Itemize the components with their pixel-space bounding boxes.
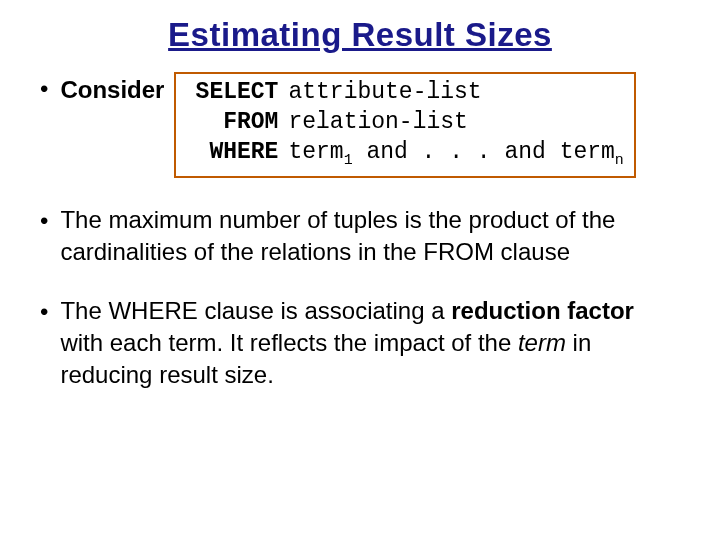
bullet-dot-icon: • — [40, 297, 48, 327]
consider-label: Consider — [60, 72, 164, 106]
bullet-dot-icon: • — [40, 74, 48, 104]
sql-line-from: FROMrelation-list — [186, 108, 623, 138]
slide: Estimating Result Sizes • Consider SELEC… — [0, 0, 720, 540]
sql-arg-where: term1 and . . . and termn — [288, 139, 623, 165]
bullet-body: The maximum number of tuples is the prod… — [60, 204, 680, 269]
term-emph: term — [518, 329, 566, 356]
bullet-dot-icon: • — [40, 206, 48, 236]
sql-line-where: WHEREterm1 and . . . and termn — [186, 138, 623, 170]
consider-row: Consider SELECTattribute-list FROMrelati… — [60, 72, 680, 178]
term-sub-n: n — [615, 151, 624, 167]
sql-keyword-from: FROM — [186, 108, 278, 138]
bullet-body: The WHERE clause is associating a reduct… — [60, 295, 680, 392]
bullet-maxtuples: • The maximum number of tuples is the pr… — [40, 204, 680, 269]
sql-keyword-where: WHERE — [186, 138, 278, 168]
sql-arg-select: attribute-list — [288, 79, 481, 105]
reduction-factor-bold: reduction factor — [451, 297, 634, 324]
sql-keyword-select: SELECT — [186, 78, 278, 108]
bullet-body: Consider SELECTattribute-list FROMrelati… — [60, 72, 680, 178]
text-fragment: The WHERE clause is associating a — [60, 297, 451, 324]
term-sub-1: 1 — [344, 151, 353, 167]
bullet-consider: • Consider SELECTattribute-list FROMrela… — [40, 72, 680, 178]
sql-box: SELECTattribute-list FROMrelation-list W… — [174, 72, 635, 178]
slide-title: Estimating Result Sizes — [40, 16, 680, 54]
bullet-reduction: • The WHERE clause is associating a redu… — [40, 295, 680, 392]
sql-arg-from: relation-list — [288, 109, 467, 135]
term-prefix: term — [288, 139, 343, 165]
text-fragment: with each term. It reflects the impact o… — [60, 329, 518, 356]
sql-line-select: SELECTattribute-list — [186, 78, 623, 108]
term-mid: and . . . and term — [353, 139, 615, 165]
